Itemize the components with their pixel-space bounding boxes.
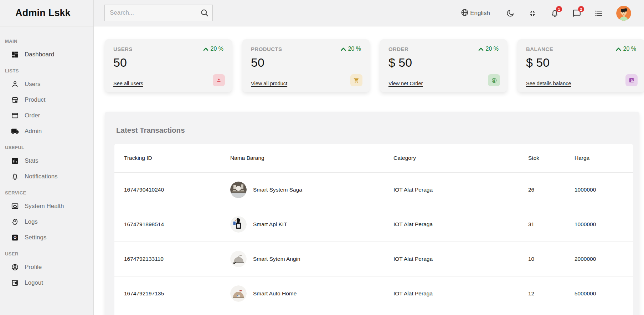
language-switcher[interactable]: English	[460, 8, 490, 18]
panel-title: Latest Transactions	[116, 126, 185, 134]
table-row[interactable]: 1674791898514 Smart Api KIT IOT Alat Per…	[114, 207, 633, 242]
nav-section-service: SERVICE	[0, 184, 93, 198]
harga: 5000000	[575, 276, 633, 311]
card-value: $ 50	[526, 56, 636, 70]
wallet-icon	[625, 74, 638, 86]
chevron-up-icon	[478, 47, 484, 51]
stat-card-users: USERS 20 % 50 See all users	[105, 39, 232, 92]
see-all-users-link[interactable]: See all users	[113, 81, 143, 86]
app-logo: Admin Lskk	[0, 0, 93, 26]
table-row[interactable]: 1674792197135 Smart Auto Home IOT Alat P…	[114, 276, 633, 311]
chevron-up-icon	[203, 47, 208, 51]
tracking-id: 1674791898514	[114, 207, 230, 242]
tracking-id: 1674792197135	[114, 276, 230, 311]
stok: 12	[528, 276, 575, 311]
search-input[interactable]	[105, 9, 197, 16]
nav-section-useful: USEFUL	[0, 139, 93, 153]
chevron-up-icon	[616, 47, 621, 51]
stat-card-products: PRODUCTS 20 % 50 View all product	[242, 39, 370, 92]
messages-badge: 2	[578, 6, 584, 12]
sidebar-item-system-health[interactable]: System Health	[0, 198, 93, 214]
list-icon[interactable]	[594, 9, 603, 18]
category: IOT Alat Peraga	[393, 242, 528, 276]
category: IOT Alat Peraga	[393, 207, 528, 242]
latest-transactions-panel: Latest Transactions Tracking ID Nama Bar…	[105, 112, 639, 315]
table-row[interactable]: 1674792133110 Smart Sytem Angin IOT Alat…	[114, 242, 633, 276]
avatar[interactable]	[616, 6, 631, 21]
col-tracking-id: Tracking ID	[114, 144, 230, 172]
product-image	[230, 216, 247, 233]
card-delta: 20 %	[203, 46, 223, 52]
sidebar-item-label: Admin	[25, 128, 42, 135]
sidebar-item-product[interactable]: Product	[0, 92, 93, 108]
stat-cards: USERS 20 % 50 See all users PRODUCTS	[105, 39, 644, 92]
see-details-balance-link[interactable]: See details balance	[526, 81, 571, 86]
sidebar-item-label: Dashboard	[25, 51, 54, 58]
sidebar-item-notifications[interactable]: Notifications	[0, 169, 93, 184]
col-category: Category	[393, 144, 528, 172]
transactions-table-card: Tracking ID Nama Barang Category Stok Ha…	[114, 144, 633, 315]
table-header-row: Tracking ID Nama Barang Category Stok Ha…	[114, 144, 633, 172]
stok: 31	[528, 207, 575, 242]
search-icon[interactable]	[197, 5, 212, 21]
bar-chart-icon	[11, 157, 19, 165]
sidebar-item-label: Order	[25, 112, 40, 119]
tracking-id: 1674790410240	[114, 172, 230, 207]
storefront-icon	[11, 96, 19, 104]
messages-chat[interactable]: 2	[572, 9, 581, 18]
product-image	[230, 285, 247, 302]
sidebar-item-label: Logs	[25, 218, 38, 225]
coin-icon: $	[488, 74, 500, 86]
sidebar-item-label: Logout	[25, 279, 43, 286]
sidebar-item-users[interactable]: Users	[0, 76, 93, 92]
stok: 26	[528, 172, 575, 207]
topbar-actions: English 1 2	[460, 0, 631, 26]
card-title: PRODUCTS	[251, 46, 282, 52]
view-all-product-link[interactable]: View all product	[251, 81, 287, 86]
col-harga: Harga	[575, 144, 633, 172]
cart-icon	[350, 74, 362, 86]
truck-icon	[11, 127, 19, 136]
sidebar: Admin Lskk MAIN Dashboard LISTS Users	[0, 0, 94, 315]
dark-mode-toggle[interactable]	[506, 9, 515, 18]
credit-card-icon	[11, 112, 19, 120]
globe-icon	[460, 8, 469, 18]
sidebar-item-settings[interactable]: ⚙ Settings	[0, 230, 93, 245]
product-name: Smart System Saga	[253, 187, 302, 193]
view-net-order-link[interactable]: View net Order	[388, 81, 423, 86]
table-row[interactable]: 1674790410240 Smart System Saga IOT Alat…	[114, 172, 633, 207]
sidebar-item-label: Product	[25, 96, 46, 103]
category: IOT Alat Peraga	[393, 276, 528, 311]
svg-text:$: $	[493, 78, 495, 82]
card-delta: 20 %	[341, 46, 361, 52]
sidebar-item-logout[interactable]: Logout	[0, 275, 93, 291]
sidebar-item-stats[interactable]: Stats	[0, 153, 93, 169]
dashboard-icon	[11, 51, 19, 59]
harga: 1000000	[575, 207, 633, 242]
sidebar-item-logs[interactable]: Logs	[0, 214, 93, 230]
fullscreen-exit-icon[interactable]	[528, 9, 537, 18]
sidebar-item-admin[interactable]: Admin	[0, 123, 93, 139]
tracking-id: 1674792133110	[114, 242, 230, 276]
sidebar-item-label: Profile	[25, 264, 42, 271]
card-delta: 20 %	[478, 46, 499, 52]
notifications-bell[interactable]: 1	[550, 9, 559, 18]
sidebar-item-order[interactable]: Order	[0, 108, 93, 123]
sidebar-item-label: Stats	[25, 157, 38, 164]
harga: 1000000	[575, 172, 633, 207]
transactions-table: Tracking ID Nama Barang Category Stok Ha…	[114, 144, 633, 311]
harga: 2000000	[575, 242, 633, 276]
topbar: English 1 2	[94, 0, 644, 26]
card-value: 50	[251, 56, 361, 70]
sidebar-item-dashboard[interactable]: Dashboard	[0, 47, 93, 62]
system-daydream-icon	[11, 202, 19, 210]
sidebar-item-label: System Health	[25, 203, 64, 210]
card-title: BALANCE	[526, 46, 553, 52]
notifications-badge: 1	[556, 6, 562, 12]
product-name: Smart Sytem Angin	[253, 256, 300, 262]
col-nama-barang: Nama Barang	[230, 144, 393, 172]
stok: 10	[528, 242, 575, 276]
language-label: English	[470, 10, 490, 17]
product-image	[230, 251, 247, 267]
sidebar-item-profile[interactable]: Profile	[0, 259, 93, 275]
